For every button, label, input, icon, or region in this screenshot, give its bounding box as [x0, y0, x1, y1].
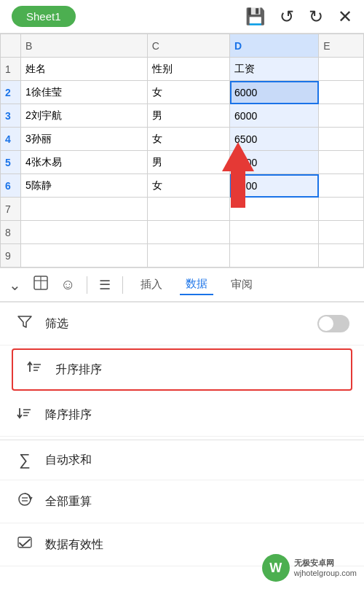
table-row: 5 4张木易 男 6800 [1, 151, 364, 174]
cell-b8[interactable] [21, 221, 148, 244]
tab-review[interactable]: 审阅 [225, 275, 258, 294]
col-header-d[interactable]: D [230, 34, 319, 58]
save-icon[interactable]: 💾 [245, 7, 265, 26]
tab-insert[interactable]: 插入 [135, 275, 168, 294]
filter-icon [15, 313, 35, 335]
toolbar-divider [87, 276, 87, 294]
undo-icon[interactable]: ↺ [280, 7, 294, 27]
cell-e8[interactable] [319, 221, 364, 244]
recalc-icon [15, 491, 35, 512]
arrow-head [222, 142, 254, 171]
cell-c3[interactable]: 男 [147, 104, 229, 128]
spreadsheet-area: B C D E 1 姓名 性别 工资 2 1徐佳莹 女 6000 3 [0, 33, 364, 268]
toolbar-chevron-icon[interactable]: ⌄ [9, 276, 21, 294]
menu-item-sort-asc[interactable]: 升序排序 [12, 348, 352, 391]
menu-item-filter[interactable]: 筛选 [0, 303, 364, 346]
cell-d9[interactable] [230, 244, 319, 268]
sort-asc-label: 升序排序 [55, 362, 102, 378]
cell-e5[interactable] [319, 151, 364, 174]
row-num-3: 3 [1, 104, 21, 128]
recalc-label: 全部重算 [45, 494, 92, 510]
cell-e2[interactable] [319, 81, 364, 104]
table-row: 7 [1, 198, 364, 221]
table-row: 3 2刘宇航 男 6000 [1, 104, 364, 128]
filter-toggle[interactable] [317, 315, 349, 332]
row-num-7: 7 [1, 198, 21, 221]
cell-b2[interactable]: 1徐佳莹 [21, 81, 148, 104]
svg-rect-15 [18, 537, 31, 547]
tab-data[interactable]: 数据 [180, 274, 213, 295]
cell-c6[interactable]: 女 [147, 174, 229, 198]
corner-cell [1, 34, 21, 58]
cell-e3[interactable] [319, 104, 364, 128]
cell-c2[interactable]: 女 [147, 81, 229, 104]
validate-label: 数据有效性 [45, 537, 103, 553]
filter-label: 筛选 [45, 316, 68, 332]
watermark-text: 无极安卓网 wjhotelgroup.com [294, 558, 357, 579]
toolbar-divider2 [122, 276, 123, 294]
cell-b6[interactable]: 5陈静 [21, 174, 148, 198]
table-row: 9 [1, 244, 364, 268]
watermark-logo: W [262, 554, 290, 582]
top-icons: 💾 ↺ ↻ ✕ [245, 7, 352, 27]
row-num-8: 8 [1, 221, 21, 244]
row-num-1: 1 [1, 58, 21, 81]
autosum-label: 自动求和 [45, 453, 92, 468]
row-num-6: 6 [1, 174, 21, 198]
cell-d1[interactable]: 工资 [230, 58, 319, 81]
sum-icon: ∑ [15, 450, 35, 469]
col-header-e[interactable]: E [319, 34, 364, 58]
cell-c8[interactable] [147, 221, 229, 244]
cell-c5[interactable]: 男 [147, 151, 229, 174]
row-num-5: 5 [1, 151, 21, 174]
cell-e6[interactable] [319, 174, 364, 198]
row-num-2: 2 [1, 81, 21, 104]
sheet-table: B C D E 1 姓名 性别 工资 2 1徐佳莹 女 6000 3 [0, 34, 364, 268]
cell-b7[interactable] [21, 198, 148, 221]
menu-item-recalc[interactable]: 全部重算 [0, 480, 364, 523]
toolbar-menu-icon[interactable]: ☰ [99, 277, 111, 293]
cell-d8[interactable] [230, 221, 319, 244]
cell-e1[interactable] [319, 58, 364, 81]
col-header-b[interactable]: B [21, 34, 148, 58]
cell-b1[interactable]: 姓名 [21, 58, 148, 81]
validate-icon [15, 534, 35, 555]
cell-c9[interactable] [147, 244, 229, 268]
table-row: 4 3孙丽 女 6500 [1, 128, 364, 151]
cell-b9[interactable] [21, 244, 148, 268]
menu-item-autosum[interactable]: ∑ 自动求和 [0, 440, 364, 480]
toolbar-table-icon[interactable] [33, 275, 49, 294]
cell-e4[interactable] [319, 128, 364, 151]
table-row: 8 [1, 221, 364, 244]
svg-marker-3 [18, 316, 31, 327]
cell-c7[interactable] [147, 198, 229, 221]
row-num-4: 4 [1, 128, 21, 151]
table-row: 1 姓名 性别 工资 [1, 58, 364, 81]
toolbar: ⌄ ☺ ☰ 插入 数据 审阅 [0, 268, 364, 303]
arrow-shaft [231, 171, 245, 208]
cell-c4[interactable]: 女 [147, 128, 229, 151]
close-icon[interactable]: ✕ [338, 7, 352, 27]
cell-d2[interactable]: 6000 [230, 81, 319, 104]
cell-d3[interactable]: 6000 [230, 104, 319, 128]
cell-e9[interactable] [319, 244, 364, 268]
sort-desc-icon [15, 404, 35, 426]
annotation-arrow [222, 142, 254, 208]
cell-b3[interactable]: 2刘宇航 [21, 104, 148, 128]
sheet-tab[interactable]: Sheet1 [12, 6, 76, 27]
watermark: W 无极安卓网 wjhotelgroup.com [262, 554, 357, 582]
cell-e7[interactable] [319, 198, 364, 221]
top-bar: Sheet1 💾 ↺ ↻ ✕ [0, 0, 364, 33]
menu-item-sort-desc[interactable]: 降序排序 [0, 394, 364, 437]
toolbar-face-icon[interactable]: ☺ [60, 276, 75, 293]
redo-icon[interactable]: ↻ [309, 7, 323, 27]
cell-b5[interactable]: 4张木易 [21, 151, 148, 174]
sort-desc-label: 降序排序 [45, 407, 92, 423]
cell-b4[interactable]: 3孙丽 [21, 128, 148, 151]
menu-panel: 筛选 升序排序 降序排序 [0, 303, 364, 566]
sort-asc-icon [25, 359, 45, 381]
row-num-9: 9 [1, 244, 21, 268]
col-header-c[interactable]: C [147, 34, 229, 58]
cell-c1[interactable]: 性别 [147, 58, 229, 81]
table-row: 2 1徐佳莹 女 6000 [1, 81, 364, 104]
